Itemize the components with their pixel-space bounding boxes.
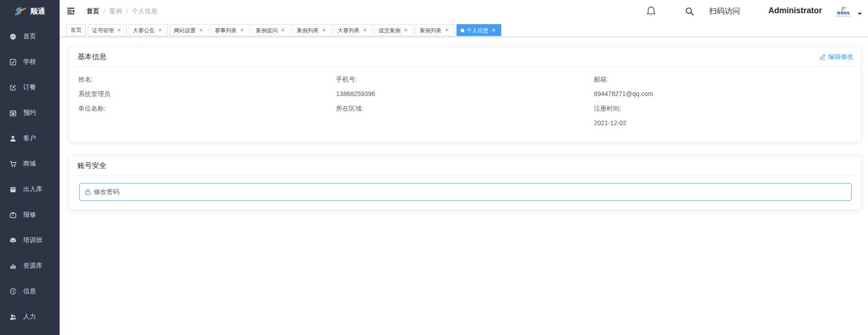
- svg-text:顺通网络: 顺通网络: [837, 11, 850, 15]
- svg-text:SHUNTONG NETWORK: SHUNTONG NETWORK: [836, 15, 851, 17]
